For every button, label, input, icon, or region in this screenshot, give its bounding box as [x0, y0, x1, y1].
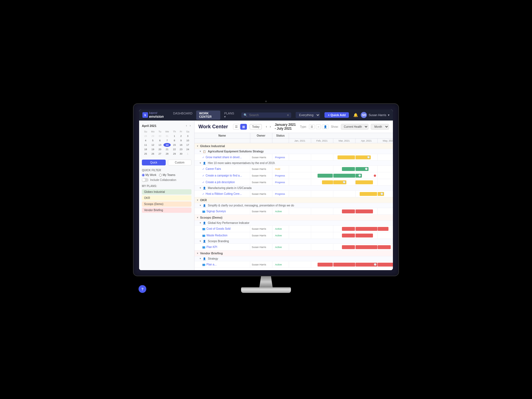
- cal-day[interactable]: 7: [163, 139, 171, 142]
- gantt-table: Name Owner Status Jan, 2021 Feb, 2021: [195, 133, 393, 268]
- cal-day[interactable]: 17: [185, 143, 191, 147]
- cal-day-today[interactable]: 14: [163, 143, 171, 147]
- cal-day[interactable]: 26: [149, 152, 156, 156]
- item-link[interactable]: Grow market share in devel...: [206, 156, 242, 159]
- list-view-button[interactable]: ☰: [233, 124, 240, 130]
- section-expand-icon[interactable]: ▼: [196, 199, 199, 201]
- item-link[interactable]: Cost of Goods Sold: [206, 227, 231, 230]
- quick-button[interactable]: Quick: [142, 160, 166, 165]
- cal-day[interactable]: 27: [157, 152, 163, 156]
- expand-icon[interactable]: ▼: [199, 204, 202, 207]
- cal-day[interactable]: 29: [171, 152, 177, 156]
- cal-day[interactable]: 13: [157, 143, 163, 147]
- gantt-prev-button[interactable]: ‹: [265, 124, 268, 129]
- expand-icon[interactable]: ▼: [199, 150, 202, 153]
- my-teams-radio-label[interactable]: My Teams: [159, 173, 175, 177]
- notifications-icon[interactable]: 🔔: [353, 113, 358, 117]
- gantt-bar-cell: [333, 226, 355, 232]
- cal-day[interactable]: 8: [171, 139, 177, 142]
- search-input[interactable]: [249, 113, 285, 117]
- today-button[interactable]: Today: [250, 124, 262, 129]
- search-clear-icon[interactable]: ✕: [287, 114, 289, 117]
- nav-dashboard[interactable]: DASHBOARD: [170, 111, 195, 120]
- cal-day[interactable]: 21: [163, 147, 171, 151]
- plan-item-okr[interactable]: OKR: [142, 195, 191, 201]
- item-link[interactable]: Plan a...: [206, 263, 217, 266]
- expand-icon[interactable]: ▼: [199, 257, 202, 260]
- cal-day[interactable]: 5: [149, 139, 156, 142]
- cal-day[interactable]: 19: [149, 147, 156, 151]
- plan-item-vendor[interactable]: Vendor Briefing: [142, 208, 191, 213]
- month-select[interactable]: Month: [371, 124, 389, 130]
- cal-day[interactable]: 15: [171, 143, 177, 147]
- gantt-next-button[interactable]: ›: [268, 124, 272, 129]
- type-circle-icon[interactable]: ○: [316, 124, 321, 129]
- cal-day[interactable]: 12: [149, 143, 156, 147]
- nav-work-center[interactable]: WORK CENTER: [196, 111, 220, 120]
- cal-day[interactable]: 4: [142, 139, 149, 142]
- cal-day[interactable]: 6: [157, 139, 163, 142]
- cal-day[interactable]: 10: [185, 139, 191, 142]
- my-work-radio-label[interactable]: My Work: [142, 173, 156, 177]
- section-expand-icon[interactable]: ▼: [196, 145, 199, 147]
- plan-item-globex[interactable]: Globex Industrial: [142, 189, 191, 195]
- include-collab-toggle-label[interactable]: Include Collaboration: [142, 178, 191, 182]
- cal-day[interactable]: 31: [163, 134, 171, 138]
- cal-day[interactable]: 25: [142, 152, 149, 156]
- sub-header-label: Global Key Performance Indicator: [208, 221, 249, 224]
- item-link[interactable]: Host a Ribbon Cutting Cere...: [206, 192, 242, 195]
- include-collab-toggle[interactable]: [142, 178, 149, 182]
- cal-day[interactable]: 18: [142, 147, 149, 151]
- show-select[interactable]: Current Health: [341, 124, 369, 130]
- type-list-icon[interactable]: ☰: [309, 124, 315, 129]
- my-work-radio[interactable]: [142, 174, 145, 177]
- cal-day[interactable]: 2: [178, 134, 184, 138]
- cal-day[interactable]: 24: [185, 147, 191, 151]
- type-user-icon[interactable]: 👤: [322, 124, 329, 129]
- cal-day[interactable]: 29: [149, 134, 156, 138]
- item-link[interactable]: Career Fairs: [206, 167, 221, 170]
- cal-day[interactable]: 30: [178, 152, 184, 156]
- item-link[interactable]: Plan KPI: [206, 245, 217, 249]
- cal-day[interactable]: 28: [163, 152, 171, 156]
- quick-add-button[interactable]: + Quick Add: [324, 112, 349, 118]
- item-link[interactable]: Create a job description: [206, 181, 235, 184]
- owner-text: Susan Harris: [252, 227, 266, 230]
- cal-day[interactable]: 1: [185, 152, 191, 156]
- gantt-bar-cell: [311, 191, 333, 197]
- cal-day[interactable]: 9: [178, 139, 184, 142]
- expand-icon[interactable]: ▼: [199, 162, 202, 165]
- cal-day[interactable]: 30: [157, 134, 163, 138]
- table-row: ✓ Host a Ribbon Cutting Cere... Susan Ha…: [195, 191, 393, 197]
- gantt-bar: [355, 209, 373, 213]
- cal-day[interactable]: 16: [178, 143, 184, 147]
- filter-select[interactable]: Everything: [296, 112, 320, 118]
- expand-icon[interactable]: ▼: [199, 222, 202, 224]
- cal-day[interactable]: 28: [142, 134, 149, 138]
- my-teams-radio[interactable]: [159, 174, 162, 177]
- cal-day[interactable]: 3: [185, 134, 191, 138]
- nav-plans[interactable]: PLANS ▾: [221, 111, 237, 120]
- item-link[interactable]: Waste Reduction: [206, 234, 227, 237]
- gantt-view-button[interactable]: ▦: [240, 124, 247, 130]
- user-menu-button[interactable]: SH Susan Harris ▾: [361, 112, 390, 118]
- mini-cal-prev-button[interactable]: ‹: [185, 124, 188, 127]
- cal-day[interactable]: 23: [178, 147, 184, 151]
- cal-day[interactable]: 11: [142, 143, 149, 147]
- gantt-container[interactable]: Name Owner Status Jan, 2021 Feb, 2021: [195, 133, 393, 270]
- gantt-bar-cell: [333, 166, 355, 172]
- cal-day[interactable]: 22: [171, 147, 177, 151]
- cal-day[interactable]: 20: [157, 147, 163, 151]
- plan-item-scoops[interactable]: Scoops (Demo): [142, 201, 191, 207]
- cal-day[interactable]: 1: [171, 134, 177, 138]
- section-expand-icon[interactable]: ▼: [196, 216, 199, 219]
- section-expand-icon[interactable]: ▼: [196, 252, 199, 255]
- gantt-bar-cell: 🕐: [333, 179, 355, 186]
- custom-button[interactable]: Custom: [168, 160, 192, 165]
- gantt-bar-cell: [355, 208, 377, 215]
- expand-icon[interactable]: ▼: [199, 240, 202, 243]
- expand-icon[interactable]: ▼: [199, 187, 202, 190]
- mini-cal-next-button[interactable]: ›: [189, 124, 191, 127]
- item-link[interactable]: Signup Surveys: [206, 210, 226, 213]
- item-link[interactable]: Create a campaign to find a...: [206, 174, 242, 177]
